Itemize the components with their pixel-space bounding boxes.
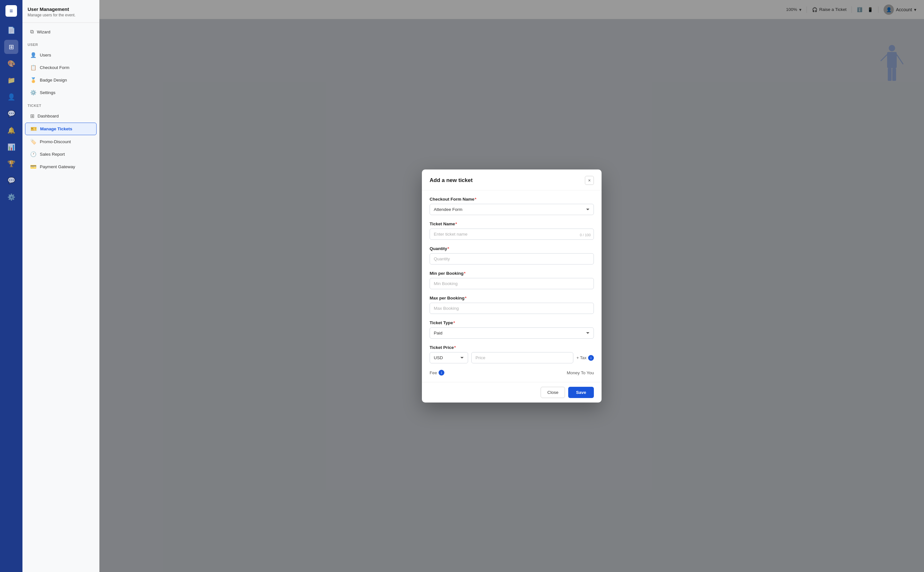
sidebar-item-manage-tickets[interactable]: 🎫 Manage Tickets — [25, 123, 96, 135]
char-count-display: 0 / 100 — [580, 233, 591, 237]
fee-label: Fee i — [429, 370, 444, 376]
nav-title: User Management — [28, 6, 94, 12]
sidebar-item-sales-report[interactable]: 🕐 Sales Report — [25, 148, 96, 160]
left-nav-panel: User Management Manage users for the eve… — [22, 0, 99, 572]
modal-overlay: Add a new ticket × Checkout Form Name* A… — [99, 0, 924, 572]
quantity-label: Quantity* — [429, 246, 594, 251]
tax-label: + Tax i — [577, 355, 594, 361]
sidebar-item-label: Badge Design — [40, 78, 67, 82]
dashboard-icon[interactable]: ⊞ — [4, 40, 18, 54]
min-booking-group: Min per Booking* — [429, 271, 594, 289]
sidebar-item-users[interactable]: 👤 Users — [25, 49, 96, 61]
fee-info-icon[interactable]: i — [439, 370, 444, 376]
ticket-name-label: Ticket Name* — [429, 221, 594, 226]
palette-icon[interactable]: 🎨 — [4, 56, 18, 71]
chart-bar-icon[interactable]: 📊 — [4, 140, 18, 154]
cog-icon[interactable]: ⚙️ — [4, 190, 18, 204]
min-booking-input[interactable] — [429, 278, 594, 289]
ticket-name-input-wrapper: 0 / 100 — [429, 228, 594, 240]
person-outline-icon: 👤 — [30, 52, 37, 58]
sidebar-icon-rail: ≡ 📄 ⊞ 🎨 📁 👤 💬 🔔 📊 🏆 💬 ⚙️ — [0, 0, 22, 572]
quantity-input[interactable] — [429, 253, 594, 264]
tag-icon: 🏷️ — [30, 139, 37, 145]
sidebar-item-promo-discount[interactable]: 🏷️ Promo-Discount — [25, 136, 96, 148]
document-icon[interactable]: 📄 — [4, 23, 18, 37]
sidebar-item-label: Promo-Discount — [40, 139, 71, 144]
sidebar-item-label: Payment Gateway — [40, 164, 75, 169]
modal-header: Add a new ticket × — [422, 169, 602, 190]
ticket-name-input[interactable] — [429, 228, 594, 240]
min-booking-label: Min per Booking* — [429, 271, 594, 276]
modal-body: Checkout Form Name* Attendee Form Standa… — [422, 190, 602, 382]
nav-subtitle: Manage users for the event. — [28, 13, 94, 17]
app-logo: ≡ — [5, 5, 17, 17]
fee-row: Fee i Money To You — [429, 370, 594, 376]
add-ticket-modal: Add a new ticket × Checkout Form Name* A… — [422, 169, 602, 403]
modal-title: Add a new ticket — [429, 177, 473, 183]
checkout-form-name-select[interactable]: Attendee Form Standard Form VIP Form — [429, 204, 594, 215]
ticket-icon: 🎫 — [31, 126, 37, 132]
max-booking-group: Max per Booking* — [429, 295, 594, 314]
sidebar-item-label: Sales Report — [40, 152, 65, 157]
ticket-type-select[interactable]: Paid Free Donation — [429, 327, 594, 339]
ticket-type-label: Ticket Type* — [429, 320, 594, 325]
settings-gear-icon: ⚙️ — [30, 90, 37, 96]
main-content-area: 100% ▾ 🎧 Raise a Ticket ℹ️ 📱 👤 Account ▾ — [99, 0, 924, 572]
ticket-name-group: Ticket Name* 0 / 100 — [429, 221, 594, 240]
quantity-group: Quantity* — [429, 246, 594, 264]
sidebar-item-label: Dashboard — [37, 113, 59, 118]
ticket-price-label: Ticket Price* — [429, 345, 594, 350]
price-input[interactable] — [471, 352, 573, 363]
sidebar-item-dashboard[interactable]: ⊞ Dashboard — [25, 110, 96, 122]
sidebar-item-settings[interactable]: ⚙️ Settings — [25, 87, 96, 98]
max-booking-input[interactable] — [429, 303, 594, 314]
sidebar-item-label: Manage Tickets — [40, 126, 72, 131]
sidebar-item-payment-gateway[interactable]: 💳 Payment Gateway — [25, 161, 96, 173]
save-button[interactable]: Save — [568, 387, 594, 398]
sidebar-item-wizard[interactable]: ⧉ Wizard — [25, 26, 96, 37]
max-booking-label: Max per Booking* — [429, 295, 594, 300]
user-section-label: User — [22, 38, 99, 48]
folder-icon[interactable]: 📁 — [4, 73, 18, 87]
sidebar-item-checkout-form[interactable]: 📋 Checkout Form — [25, 62, 96, 73]
message-bubble-icon[interactable]: 💬 — [4, 173, 18, 188]
grid-icon: ⊞ — [30, 113, 34, 119]
currency-select[interactable]: USD EUR GBP INR — [429, 352, 468, 363]
nav-header: User Management Manage users for the eve… — [22, 0, 99, 23]
ticket-price-group: Ticket Price* USD EUR GBP INR + Tax i — [429, 345, 594, 363]
sidebar-item-badge-design[interactable]: 🏅 Badge Design — [25, 74, 96, 86]
modal-footer: Close Save — [422, 382, 602, 403]
checkout-form-name-group: Checkout Form Name* Attendee Form Standa… — [429, 197, 594, 215]
ticket-type-group: Ticket Type* Paid Free Donation — [429, 320, 594, 339]
credit-card-icon: 💳 — [30, 164, 37, 170]
person-filled-icon[interactable]: 👤 — [4, 90, 18, 104]
ticket-price-row: USD EUR GBP INR + Tax i — [429, 352, 594, 363]
badge-icon: 🏅 — [30, 77, 37, 83]
sidebar-item-label: Users — [40, 53, 51, 58]
form-icon: 📋 — [30, 65, 37, 71]
trophy-icon[interactable]: 🏆 — [4, 157, 18, 171]
sidebar-item-label: Wizard — [37, 30, 50, 34]
sidebar-item-label: Settings — [40, 90, 56, 95]
tax-info-icon[interactable]: i — [588, 355, 594, 361]
ticket-section-label: Ticket — [22, 99, 99, 109]
chat-icon[interactable]: 💬 — [4, 107, 18, 121]
bell-icon[interactable]: 🔔 — [4, 123, 18, 137]
money-to-you-label: Money To You — [567, 370, 594, 375]
checkout-form-name-label: Checkout Form Name* — [429, 197, 594, 202]
layers-icon: ⧉ — [30, 29, 34, 35]
modal-close-button[interactable]: × — [585, 176, 594, 185]
close-button[interactable]: Close — [541, 387, 565, 398]
sidebar-item-label: Checkout Form — [40, 65, 69, 70]
clock-chart-icon: 🕐 — [30, 151, 37, 157]
